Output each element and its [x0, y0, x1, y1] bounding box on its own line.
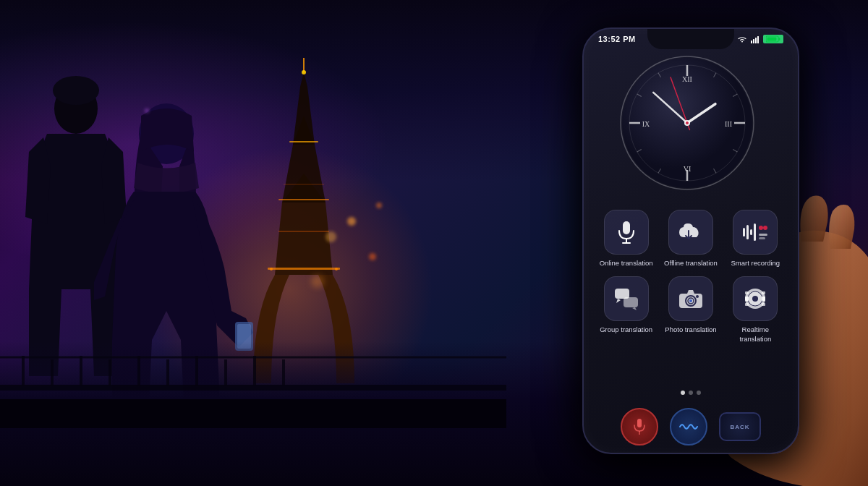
svg-rect-32 — [779, 38, 780, 40]
phone-navigation: BACK — [621, 408, 761, 446]
svg-rect-68 — [759, 237, 765, 239]
realtime-translation-label: Realtime translation — [728, 325, 783, 344]
page-indicator — [681, 391, 701, 395]
back-button[interactable]: BACK — [719, 412, 761, 441]
svg-rect-29 — [755, 38, 757, 43]
recording-icon — [741, 222, 769, 242]
chat-bubbles-icon — [613, 287, 639, 310]
app-realtime-translation[interactable]: Realtime translation — [728, 276, 783, 344]
signal-icon — [750, 35, 760, 43]
app-group-translation[interactable]: Group translation — [598, 276, 654, 344]
voice-button[interactable] — [621, 408, 658, 446]
svg-text:VI: VI — [684, 165, 692, 173]
app-grid: Online translation Offline translation — [595, 206, 787, 347]
microphone-icon — [616, 220, 637, 244]
app-offline-translation[interactable]: Offline translation — [663, 210, 718, 268]
bokeh-light — [311, 275, 324, 288]
realtime-translation-icon-bg — [733, 276, 778, 321]
svg-rect-21 — [166, 359, 169, 386]
svg-rect-85 — [637, 419, 642, 427]
svg-rect-3 — [289, 141, 318, 142]
svg-rect-25 — [282, 359, 285, 386]
power-button[interactable] — [798, 116, 799, 159]
svg-rect-62 — [746, 225, 749, 239]
clock-widget: XII III VI IX — [618, 54, 763, 199]
battery-icon — [763, 35, 783, 43]
smart-recording-icon-bg — [733, 210, 778, 255]
svg-rect-18 — [80, 356, 82, 386]
bokeh-light — [145, 108, 149, 113]
photo-translation-label: Photo translation — [665, 325, 716, 334]
svg-rect-22 — [195, 356, 198, 386]
svg-rect-70 — [624, 297, 638, 307]
status-time: 13:52 PM — [598, 35, 636, 43]
svg-rect-17 — [51, 359, 54, 386]
wave-nav-icon — [678, 419, 699, 434]
svg-point-66 — [763, 226, 767, 230]
svg-rect-24 — [253, 356, 256, 386]
svg-point-78 — [752, 296, 758, 302]
svg-rect-28 — [753, 39, 754, 43]
smart-recording-label: Smart recording — [731, 259, 780, 268]
svg-rect-67 — [759, 234, 767, 236]
svg-rect-69 — [615, 289, 629, 299]
svg-rect-27 — [751, 40, 752, 43]
bokeh-light — [369, 253, 376, 260]
svg-rect-83 — [745, 303, 749, 306]
group-translation-icon-bg — [604, 276, 649, 321]
svg-rect-82 — [762, 291, 765, 294]
svg-rect-80 — [762, 297, 765, 301]
status-bar: 13:52 PM — [598, 35, 783, 43]
photo-translation-icon-bg — [668, 276, 713, 321]
svg-text:III: III — [725, 120, 732, 128]
svg-rect-20 — [137, 356, 140, 386]
cloud-download-icon — [678, 221, 704, 243]
online-translation-label: Online translation — [600, 259, 653, 268]
svg-point-6 — [302, 70, 306, 74]
online-translation-icon-bg — [604, 210, 649, 255]
svg-rect-63 — [750, 229, 752, 235]
svg-text:XII: XII — [682, 75, 692, 83]
bokeh-light — [347, 217, 356, 226]
svg-rect-79 — [745, 297, 749, 301]
offline-translation-label: Offline translation — [664, 259, 718, 268]
svg-rect-33 — [767, 38, 777, 41]
svg-point-74 — [696, 295, 699, 298]
app-online-translation[interactable]: Online translation — [598, 210, 654, 268]
svg-rect-23 — [224, 359, 227, 386]
svg-point-8 — [335, 268, 338, 270]
camera-icon — [678, 288, 704, 310]
group-translation-label: Group translation — [600, 325, 652, 334]
svg-rect-84 — [762, 303, 765, 306]
status-icons — [737, 35, 783, 43]
phone-device: 13:52 PM — [582, 27, 799, 454]
wave-button[interactable] — [670, 408, 707, 446]
clock-face: XII III VI IX — [618, 54, 756, 192]
svg-rect-61 — [743, 228, 745, 236]
wifi-icon — [737, 35, 747, 43]
film-icon — [742, 287, 768, 310]
svg-rect-19 — [109, 359, 111, 386]
dot-2 — [689, 391, 693, 395]
bokeh-light — [376, 202, 382, 208]
app-photo-translation[interactable]: Photo translation — [663, 276, 718, 344]
svg-rect-30 — [757, 36, 759, 43]
mic-nav-icon — [632, 418, 647, 435]
svg-point-65 — [759, 226, 763, 230]
back-label: BACK — [730, 424, 749, 430]
svg-point-57 — [686, 122, 689, 124]
dot-1 — [681, 391, 685, 395]
svg-point-75 — [689, 299, 692, 302]
bokeh-light — [326, 231, 336, 242]
svg-text:IX: IX — [642, 120, 650, 128]
svg-rect-81 — [745, 291, 749, 294]
svg-rect-16 — [22, 356, 25, 386]
dot-3 — [697, 391, 701, 395]
svg-rect-58 — [623, 221, 630, 234]
app-smart-recording[interactable]: Smart recording — [728, 210, 783, 268]
svg-rect-64 — [754, 223, 756, 241]
offline-translation-icon-bg — [668, 210, 713, 255]
